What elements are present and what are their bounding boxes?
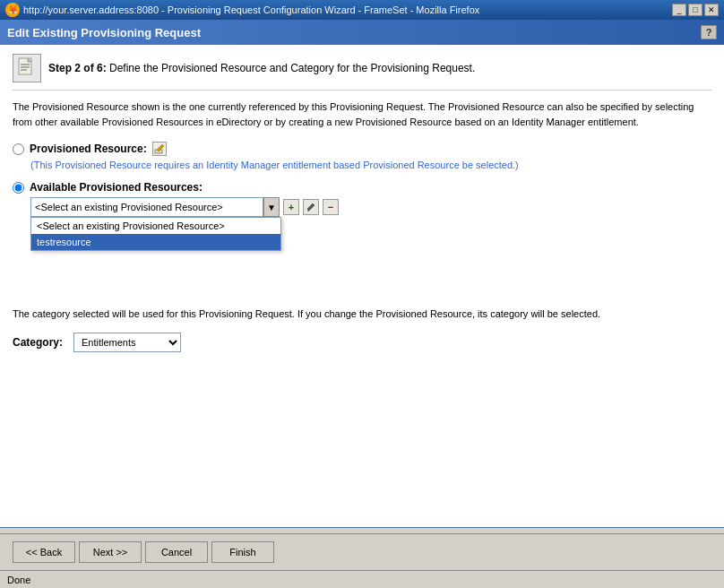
bottom-bar: << Back Next >> Cancel Finish	[0, 533, 724, 570]
status-bar: Done	[0, 570, 724, 588]
finish-button[interactable]: Finish	[211, 541, 274, 563]
svg-marker-7	[307, 203, 315, 211]
available-resources-label: Available Provisioned Resources:	[30, 181, 203, 194]
provisioned-resource-radio[interactable]	[13, 143, 24, 155]
panel-title: Edit Existing Provisioning Request	[7, 26, 201, 39]
provisioned-resource-row: Provisioned Resource:	[13, 142, 711, 156]
edit-resource-button[interactable]	[303, 199, 319, 215]
next-button[interactable]: Next >>	[79, 541, 142, 563]
category-label: Category:	[13, 336, 66, 349]
separator-line	[0, 527, 724, 528]
step-icon	[13, 54, 41, 82]
provisioned-resource-section: Provisioned Resource: (This Provisioned …	[13, 142, 711, 170]
panel-header: Edit Existing Provisioning Request ?	[0, 20, 724, 45]
cancel-button[interactable]: Cancel	[145, 541, 208, 563]
category-row: Category: Entitlements	[13, 333, 711, 352]
remove-resource-button[interactable]: −	[323, 199, 339, 215]
provisioned-resource-hint: (This Provisioned Resource requires an I…	[30, 160, 711, 170]
available-resources-controls: <Select an existing Provisioned Resource…	[30, 197, 711, 217]
browser-icon: 🦊	[5, 3, 20, 17]
minimize-button[interactable]: _	[672, 4, 686, 16]
titlebar-title: http://your.server.address:8080 - Provis…	[23, 4, 479, 15]
dropdown-arrow-button[interactable]: ▼	[263, 197, 280, 217]
status-text: Done	[7, 575, 30, 585]
available-resources-section: Available Provisioned Resources: <Select…	[13, 181, 711, 217]
dropdown-popup: <Select an existing Provisioned Resource…	[30, 217, 281, 251]
category-note: The category selected will be used for t…	[13, 307, 711, 322]
step-header: Step 2 of 6: Define the Provisioned Reso…	[13, 54, 711, 91]
category-select[interactable]: Entitlements	[73, 333, 181, 352]
step-title: Step 2 of 6: Define the Provisioned Reso…	[48, 62, 475, 74]
help-button[interactable]: ?	[701, 25, 717, 39]
dropdown-option-placeholder[interactable]: <Select an existing Provisioned Resource…	[31, 218, 280, 234]
maximize-button[interactable]: □	[688, 4, 702, 16]
titlebar: 🦊 http://your.server.address:8080 - Prov…	[0, 0, 724, 20]
provisioned-resource-edit-icon[interactable]	[152, 142, 167, 156]
back-button[interactable]: << Back	[13, 541, 75, 563]
description-text: The Provisioned Resource shown is the on…	[13, 99, 711, 129]
dropdown-option-testresource[interactable]: testresource	[31, 234, 280, 250]
provisioned-resource-label: Provisioned Resource:	[30, 143, 147, 155]
resource-dropdown[interactable]: <Select an existing Provisioned Resource…	[30, 197, 263, 217]
available-resources-radio[interactable]	[13, 182, 24, 194]
available-resources-row: Available Provisioned Resources:	[13, 181, 711, 194]
content-area: Step 2 of 6: Define the Provisioned Reso…	[0, 45, 724, 527]
add-resource-button[interactable]: +	[283, 199, 299, 215]
dropdown-container: <Select an existing Provisioned Resource…	[30, 197, 280, 217]
close-button[interactable]: ✕	[704, 4, 719, 16]
window-body: Edit Existing Provisioning Request ? Ste…	[0, 20, 724, 588]
